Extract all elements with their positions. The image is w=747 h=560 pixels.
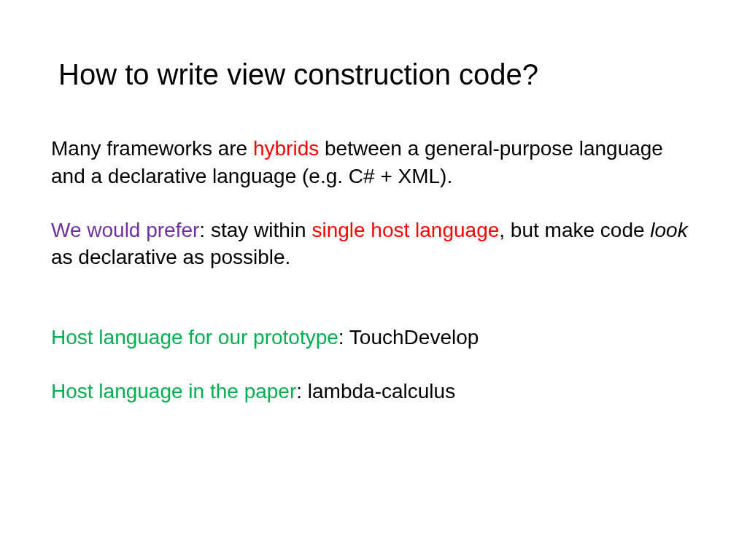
- text-italic-look: look: [650, 219, 687, 241]
- slide-title: How to write view construction code?: [58, 58, 696, 91]
- text: Many frameworks are: [51, 137, 253, 160]
- text-highlight-prefer: We would prefer: [51, 219, 199, 241]
- slide: How to write view construction code? Man…: [0, 0, 747, 560]
- paragraph-1: Many frameworks are hybrids between a ge…: [51, 135, 696, 190]
- text-highlight-single-host: single host language: [311, 219, 499, 241]
- paragraph-3: Host language for our prototype: TouchDe…: [51, 324, 696, 351]
- text-highlight-paper: Host language in the paper: [51, 380, 296, 402]
- text: : TouchDevelop: [338, 326, 479, 349]
- text: : stay within: [199, 219, 311, 241]
- text: : lambda-calculus: [296, 380, 455, 402]
- text-highlight-prototype: Host language for our prototype: [51, 326, 338, 349]
- paragraph-2: We would prefer: stay within single host…: [51, 217, 696, 272]
- text: as declarative as possible.: [51, 246, 290, 268]
- slide-body: Many frameworks are hybrids between a ge…: [51, 135, 696, 405]
- text: , but make code: [499, 219, 650, 241]
- text-highlight-hybrids: hybrids: [253, 137, 319, 160]
- paragraph-4: Host language in the paper: lambda-calcu…: [51, 378, 696, 405]
- spacer: [51, 298, 696, 324]
